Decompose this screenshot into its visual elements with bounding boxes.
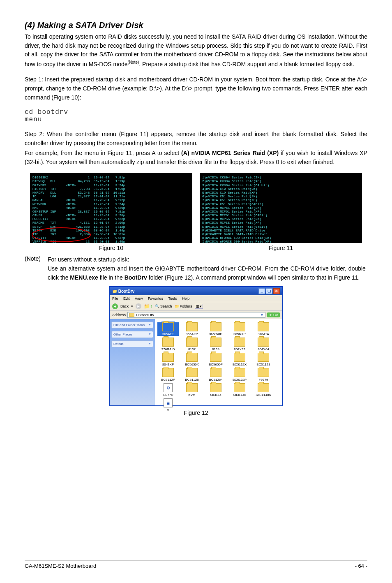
side-file-tasks[interactable]: File and Folder Tasks <box>111 322 153 329</box>
search-button[interactable]: 🔍 Search <box>155 304 172 308</box>
step2-paragraph-b: For example, from the menu in Figure 11,… <box>25 149 367 167</box>
menu-file[interactable]: File <box>112 296 118 301</box>
menu-favorites[interactable]: Favorites <box>148 296 163 301</box>
folders-button[interactable]: 📁 Folders <box>175 304 192 308</box>
folder-icon <box>234 368 245 377</box>
folder-icon <box>186 338 198 347</box>
go-button[interactable]: ➜ Go <box>267 312 280 317</box>
titlebar[interactable]: 📁 BootDrv _▢✕ <box>110 287 282 295</box>
folder-item[interactable]: BC5650X <box>181 353 203 366</box>
toolbar: ◄ Back ▾ ► 📁↑ 🔍 Search 📁 Folders ▦▾ <box>110 302 282 310</box>
figure10-wrap: D1000SKZ 1 10-08-02 7:51p DISWHQL DLL 94… <box>30 173 192 251</box>
folder-item[interactable]: BC5650P <box>205 353 226 366</box>
address-field[interactable]: D:\BootDrv▼ <box>127 312 265 318</box>
folder-item[interactable]: 804X64 <box>253 338 274 351</box>
menubar: File Edit View Favorites Tools Help <box>110 295 282 302</box>
maximize-button[interactable]: ▢ <box>266 288 272 294</box>
forward-icon[interactable]: ► <box>136 303 141 309</box>
close-button[interactable]: ✕ <box>273 288 280 294</box>
note-bold2: BootDrv <box>125 274 147 281</box>
folder-item[interactable]: BC5112P <box>157 368 179 382</box>
note-body-c: folder (Figure 12). A command prompt win… <box>147 274 360 281</box>
folder-area[interactable]: 365ATE365AXP365RAID365RXP376ATA376RAID81… <box>155 319 282 405</box>
menu-tools[interactable]: Tools <box>168 296 177 301</box>
views-icon[interactable]: ▦▾ <box>195 304 203 309</box>
figure-row: D1000SKZ 1 10-08-02 7:51p DISWHQL DLL 94… <box>25 173 367 251</box>
folder-item[interactable]: SII31148 <box>229 383 250 397</box>
folder-item[interactable]: BC51128 <box>253 353 274 366</box>
folder-icon <box>162 322 174 331</box>
section-heading: (4) Making a SATA Driver Disk <box>25 21 367 30</box>
folder-icon <box>162 338 174 347</box>
note-block: (Note) For users without a startup disk:… <box>25 255 367 282</box>
folder-item[interactable]: 376RAID <box>157 338 179 351</box>
note-bold1: MENU.exe <box>70 274 98 281</box>
folder-item[interactable]: BC51128 <box>181 368 203 382</box>
folder-item[interactable]: ≣V <box>157 398 179 412</box>
side-other-places[interactable]: Other Places <box>111 331 153 338</box>
folder-icon <box>210 368 221 377</box>
up-icon[interactable]: 📁↑ <box>144 303 152 309</box>
folder-icon <box>234 322 245 331</box>
dos-screen-10: D1000SKZ 1 10-08-02 7:51p DISWHQL DLL 94… <box>30 173 192 243</box>
side-details[interactable]: Details <box>111 340 153 347</box>
folder-label: BC51128 <box>181 378 203 382</box>
folder-label: 365RXP <box>229 332 250 336</box>
folder-item[interactable]: 804X32 <box>229 338 250 351</box>
folder-item[interactable]: 365AXP <box>181 322 203 336</box>
folder-label: BC5650X <box>181 363 203 366</box>
folder-icon <box>258 338 269 347</box>
folder-label: F5979 <box>253 378 274 382</box>
menu-edit[interactable]: Edit <box>123 296 130 301</box>
folder-item[interactable]: 365RXP <box>229 322 250 336</box>
folder-icon <box>258 368 269 377</box>
folder-label: BC5112P <box>157 378 179 382</box>
folder-item[interactable]: BC6132P <box>229 368 250 382</box>
address-dropdown-icon[interactable]: ▼ <box>261 313 264 317</box>
folder-label: KVM <box>181 393 203 397</box>
folder-item[interactable]: F5979 <box>253 368 274 382</box>
folder-label: 804X32 <box>229 347 250 351</box>
window-buttons: _▢✕ <box>258 288 280 294</box>
intro-paragraph: To install operating system onto RAID di… <box>25 32 367 69</box>
folder-item[interactable]: BC5132X <box>229 353 250 366</box>
back-icon[interactable]: ◄ <box>112 303 118 309</box>
folder-item[interactable]: SII31148S <box>253 383 274 397</box>
folder-small-icon <box>129 313 134 317</box>
folder-label: SII3114 <box>205 393 226 397</box>
explorer-window: 📁 BootDrv _▢✕ File Edit View Favorites T… <box>109 286 283 406</box>
figure12-wrap: 📁 BootDrv _▢✕ File Edit View Favorites T… <box>25 286 367 416</box>
folder-label: I3077R <box>157 393 179 397</box>
folder-item[interactable]: 8043XP <box>157 353 179 366</box>
folder-icon <box>258 383 269 392</box>
folder-item[interactable]: 8139 <box>205 338 226 351</box>
folder-icon <box>258 322 269 331</box>
menu-help[interactable]: Help <box>182 296 190 301</box>
step2-paragraph-a: Step 2: When the controller menu (Figure… <box>25 130 367 148</box>
back-label[interactable]: Back <box>120 304 129 308</box>
footer-left: GA-M61SME-S2 Motherboard <box>25 563 96 569</box>
p3b-a: For example, from the menu in Figure 11,… <box>25 150 181 156</box>
folder-item[interactable]: SII3114 <box>205 383 226 397</box>
menu-view[interactable]: View <box>135 296 143 301</box>
folder-label: BC51128 <box>253 363 274 366</box>
folder-item[interactable]: 365ATE <box>157 322 179 336</box>
note-label: (Note) <box>25 255 46 262</box>
footer-right: - 64 - <box>355 563 367 569</box>
command-block: cd bootdrv menu <box>25 109 367 123</box>
folder-item[interactable]: 376ATA <box>253 322 274 336</box>
note-sup: (Note) <box>128 60 139 65</box>
folder-icon <box>210 383 221 392</box>
folder-label: 365RAID <box>205 332 226 336</box>
p1b: . Prepare a startup disk that has CD-ROM… <box>139 61 354 67</box>
folder-item[interactable]: 8137 <box>181 338 203 351</box>
folder-item[interactable]: BC51264 <box>205 368 226 382</box>
page-footer: GA-M61SME-S2 Motherboard - 64 - <box>25 560 367 569</box>
window-title: 📁 BootDrv <box>112 289 134 294</box>
folder-item[interactable]: ⚙I3077R <box>157 383 179 397</box>
folder-item[interactable]: 365RAID <box>205 322 226 336</box>
minimize-button[interactable]: _ <box>258 288 265 294</box>
folder-label: 376RAID <box>157 347 179 351</box>
folder-label: 365AXP <box>181 332 203 336</box>
folder-item[interactable]: KVM <box>181 383 203 397</box>
